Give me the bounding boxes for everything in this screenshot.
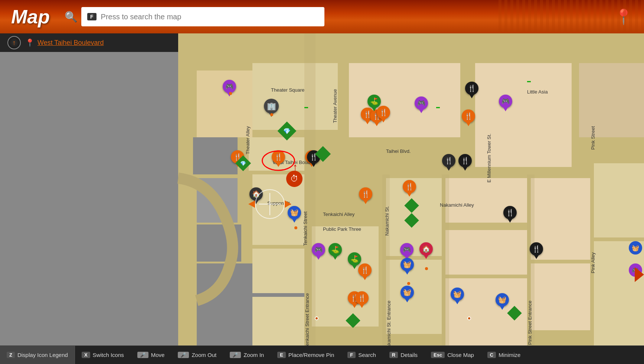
map-pin-shop-1[interactable]: 🧺 — [288, 206, 301, 223]
search-key-badge: F — [87, 13, 97, 20]
map-pin-game-2[interactable]: 🎮 — [415, 96, 428, 113]
search-button[interactable]: F Search — [341, 346, 382, 364]
map-pin-restaurant-2[interactable]: 🍴 — [272, 150, 285, 167]
close-map-button[interactable]: Esc Close Map — [424, 346, 481, 364]
small-dot-1 — [229, 92, 232, 95]
map-pin-edge-shop[interactable]: 🧺 — [629, 241, 642, 255]
zoom-in-label: Zoom In — [243, 352, 264, 358]
display-legend-button[interactable]: Z Display Icon Legend — [0, 346, 75, 364]
map-pin-rest-dark-3[interactable]: 🍴 — [442, 154, 455, 171]
map-pin-rest-dark-2[interactable]: 🍴 — [458, 154, 472, 171]
map-pin-orange-9[interactable]: 🍴 — [462, 109, 475, 126]
map-pin-game-bottom-1[interactable]: 🎮 — [312, 243, 325, 260]
map-pin-home-red[interactable]: 🏠 — [419, 242, 433, 259]
small-dot-6 — [315, 317, 318, 320]
small-dot-2 — [270, 113, 273, 116]
zoom-in-button[interactable]: 🎤 Zoom In — [223, 346, 271, 364]
svg-rect-24 — [594, 163, 644, 237]
svg-rect-18 — [386, 260, 442, 334]
details-button[interactable]: R Details — [383, 346, 424, 364]
details-label: Details — [401, 352, 418, 358]
minimize-label: Minimize — [498, 352, 520, 358]
search-container: 🔍 F — [65, 7, 324, 26]
svg-rect-28 — [382, 174, 390, 349]
map-pin-shop-2[interactable]: 🧺 — [401, 258, 414, 275]
place-pin-button[interactable]: E Place/Remove Pin — [271, 346, 341, 364]
location-pin-icon: 📍 — [25, 38, 35, 47]
map-pin-right-1[interactable]: 🍴 — [530, 242, 543, 259]
map-pin-shop-3[interactable]: 🧺 — [401, 286, 414, 302]
switch-label: Switch Icons — [93, 352, 124, 358]
player-position — [255, 189, 285, 219]
map-pin-shop-4[interactable]: 🧺 — [451, 288, 464, 304]
move-button[interactable]: 🎤 Move — [131, 346, 171, 364]
details-key: R — [389, 352, 398, 358]
close-key: Esc — [431, 352, 445, 358]
map-pin-rest-dark-1[interactable]: 🍴 — [465, 82, 478, 98]
small-dot-3 — [294, 226, 297, 229]
svg-rect-23 — [531, 263, 590, 330]
svg-rect-7 — [579, 63, 644, 137]
svg-rect-26 — [312, 226, 379, 241]
search-icon-button[interactable]: 🔍 — [65, 11, 78, 23]
svg-rect-6 — [475, 63, 572, 167]
svg-rect-25 — [594, 241, 644, 349]
search-box: F — [81, 7, 324, 26]
search-input[interactable] — [101, 13, 318, 21]
map-pin-orange-8[interactable]: 🍴 — [355, 291, 369, 308]
map-pin-game-3[interactable]: 🎮 — [499, 95, 512, 111]
svg-rect-15 — [252, 297, 304, 349]
close-label: Close Map — [447, 352, 474, 358]
small-dot-5 — [425, 267, 428, 270]
right-edge-arrow[interactable] — [635, 267, 644, 282]
svg-rect-5 — [349, 63, 460, 137]
zoom-out-key: 🎤 — [178, 352, 189, 358]
bottom-bar: Z Display Icon Legend X Switch Icons 🎤 M… — [0, 345, 644, 364]
header: Map 🔍 F 📍 — [0, 0, 644, 33]
map-pin-orange-4[interactable]: 🍴 — [359, 187, 372, 204]
switch-key: X — [82, 352, 90, 358]
map-pin-flag-3[interactable]: ⛳ — [348, 252, 361, 269]
map-pin-icon: 📍 — [614, 8, 633, 26]
svg-rect-29 — [442, 174, 449, 349]
move-key: 🎤 — [137, 352, 148, 358]
search-key: F — [347, 352, 356, 358]
svg-rect-14 — [252, 249, 304, 293]
zoom-out-label: Zoom Out — [192, 352, 216, 358]
svg-rect-27 — [304, 33, 316, 349]
map-pin-flag-2[interactable]: ⛳ — [328, 243, 342, 260]
map-pin-rest-dark-4[interactable]: 🍴 — [503, 206, 517, 223]
map-pin-shop-5[interactable]: 🧺 — [496, 293, 509, 310]
move-label: Move — [151, 352, 165, 358]
place-pin-key: E — [277, 352, 286, 358]
map-area[interactable]: Theater Alley Theater Avenue Taihei Blvd… — [0, 33, 644, 349]
place-pin-label: Place/Remove Pin — [288, 352, 334, 358]
breadcrumb-bar: ↑ 📍 West Taihei Boulevard — [0, 33, 178, 52]
pulse-indicator: ⏱ — [286, 171, 303, 187]
compass-icon: ↑ — [7, 36, 21, 49]
svg-rect-20 — [445, 230, 527, 275]
svg-rect-30 — [527, 174, 535, 349]
zoom-in-key: 🎤 — [230, 352, 241, 358]
svg-rect-0 — [0, 33, 178, 349]
zoom-out-button[interactable]: 🎤 Zoom Out — [171, 346, 223, 364]
minimize-key: C — [487, 352, 496, 358]
legend-key: Z — [7, 352, 15, 358]
legend-label: Display Icon Legend — [17, 352, 68, 358]
map-pin-game-4[interactable]: 🎮 — [400, 243, 413, 260]
svg-rect-4 — [252, 63, 338, 130]
map-pin-flag-1[interactable]: ⛳ — [367, 95, 381, 111]
map-title: Map — [11, 6, 50, 28]
switch-icons-button[interactable]: X Switch Icons — [75, 346, 131, 364]
small-dot-7 — [467, 317, 471, 320]
breadcrumb-location: West Taihei Boulevard — [37, 39, 104, 47]
search-label: Search — [358, 352, 376, 358]
map-svg — [0, 33, 644, 349]
small-dot-4 — [407, 282, 410, 285]
map-pin-orange-5[interactable]: 🍴 — [403, 180, 416, 197]
minimize-button[interactable]: C Minimize — [481, 346, 527, 364]
